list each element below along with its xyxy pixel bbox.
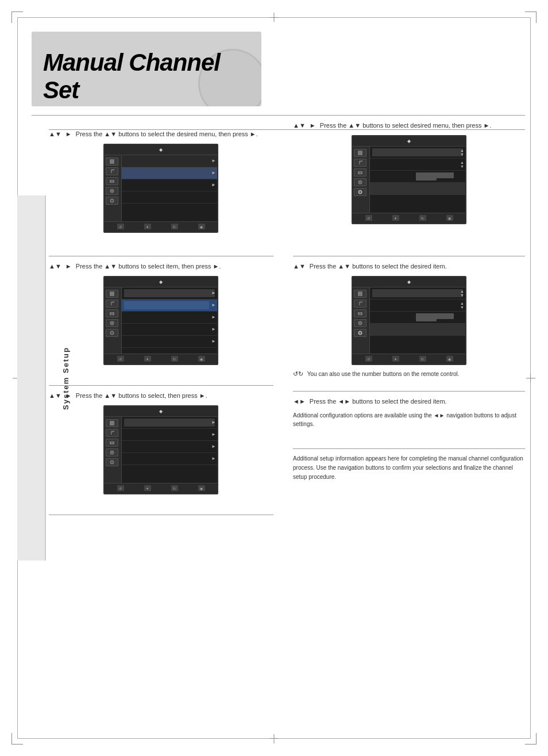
step5-text: ▲▼ Press the ▲▼ buttons to select the de… [293, 262, 525, 271]
divider-5 [293, 115, 525, 116]
svg-point-17 [360, 172, 361, 174]
tv-screen-5: ◆ ▲▼ ▲▼ [352, 276, 466, 365]
diamond-icon-1: ◆ [159, 147, 163, 152]
arrow-right-icon-10: ► [211, 432, 216, 437]
tv-icon-home-2 [106, 290, 118, 298]
tv-row-4-1: ▲▼ [370, 147, 465, 159]
tv-row-2-4: ► [122, 324, 217, 336]
step3-arrows: ▲▼ [49, 392, 61, 399]
step1-section: ▲▼ ► Press the ▲▼ buttons to select the … [49, 129, 273, 233]
step7-section: Additional setup information appears her… [293, 454, 525, 482]
tv-row-3-2: ► [122, 429, 217, 441]
step2-right-arrow: ► [65, 263, 72, 270]
tv-bottom-10: ✦ [144, 485, 151, 491]
tv-screen-3-container: ◆ ► ► ► ► [49, 405, 273, 494]
tv-icon-video-3 [106, 448, 118, 456]
diamond-icon-2: ◆ [159, 279, 163, 285]
step5b-desc: You can also use the number buttons on t… [307, 371, 460, 377]
step5-section: ▲▼ Press the ▲▼ buttons to select the de… [293, 262, 525, 378]
step6-additional-text: Additional configuration options are ava… [293, 412, 516, 427]
tv-icon-camera-3 [106, 439, 118, 447]
arrow-right-icon-9: ► [211, 420, 216, 425]
step1-right-arrow: ► [65, 131, 72, 137]
svg-point-9 [111, 322, 113, 324]
tv-row-4-4 [370, 183, 465, 195]
step4-desc: Press the ▲▼ buttons to select desired m… [320, 122, 492, 129]
tv-row-5-2: ▲▼ [370, 300, 465, 312]
svg-point-7 [111, 313, 113, 314]
tv-icon-camera [106, 177, 118, 185]
tv-row-1-4 [122, 191, 217, 204]
tv-icon-music-3 [106, 429, 118, 437]
updown-arrows-icon-2: ▲▼ [460, 160, 464, 168]
corner-tr [525, 11, 537, 23]
updown-arrows-icon-4: ▲▼ [460, 301, 464, 309]
tv-row-2-5: ► [122, 336, 217, 348]
svg-rect-10 [110, 421, 114, 425]
tv-bottom-5: ↺ [117, 356, 124, 362]
corner-bl [11, 733, 23, 745]
tv-icon-home-5 [354, 290, 366, 298]
tv-icon-video-2 [106, 319, 118, 327]
tv-icon-home [106, 158, 118, 166]
tv-bottom-19: ↻ [419, 356, 426, 362]
svg-rect-5 [110, 291, 114, 296]
step7-desc: Additional setup information appears her… [293, 455, 523, 480]
tv-main-1: ► ► ✓ ► [122, 155, 217, 221]
tv-bottom-14: ✦ [392, 215, 399, 221]
tv-row-3-3: ► [122, 441, 217, 453]
tv-icon-settings [106, 197, 118, 205]
tv-row-1-2: ► [122, 167, 217, 179]
tv-topbar-2: ◆ [105, 277, 217, 287]
tv-row-1-3: ✓ ► [122, 179, 217, 191]
svg-point-14 [111, 451, 113, 453]
tv-sidebar-3 [105, 417, 122, 483]
corner-br [525, 733, 537, 745]
tv-screen-1: ◆ ► ► ✓ ► [103, 144, 218, 233]
step6-leftright-arrows: ◄► [293, 398, 306, 405]
cross-bottom [274, 734, 275, 743]
arrow-right-icon-6: ► [211, 314, 216, 320]
step4-arrows: ▲▼ [293, 122, 306, 129]
diamond-icon-3: ◆ [159, 409, 163, 414]
tv-bottom-13: ↺ [365, 215, 372, 221]
step4-text: ▲▼ ► Press the ▲▼ buttons to select desi… [293, 121, 525, 131]
tv-row-2-3: ► [122, 312, 217, 324]
tv-bottom-20: ◉ [446, 356, 453, 362]
tv-screen-3: ◆ ► ► ► ► [103, 405, 218, 494]
arrow-right-icon: ► [211, 158, 216, 163]
tv-sidebar-1 [105, 155, 122, 221]
tv-sidebar-2 [105, 287, 122, 354]
divider-6 [293, 256, 525, 256]
tv-main-2: ► ► ► ► ► [122, 287, 217, 354]
diamond-icon-5: ◆ [407, 279, 411, 285]
tv-bottom-12: ◉ [198, 485, 205, 491]
tv-topbar-5: ◆ [353, 277, 465, 287]
tv-bottom-18: ✦ [392, 356, 399, 362]
tv-icon-settings-2 [106, 329, 118, 337]
tv-bottombar-2: ↺ ✦ ↻ ◉ [105, 354, 217, 364]
step1-text: ▲▼ ► Press the ▲▼ buttons to select the … [49, 129, 273, 139]
tv-icon-camera-2 [106, 309, 118, 317]
tv-icon-music-2 [106, 300, 118, 308]
step2-desc: Press the ▲▼ buttons to select item, the… [76, 263, 221, 270]
svg-point-22 [360, 313, 361, 314]
tv-bottom-2: ✦ [144, 224, 151, 229]
tv-icon-video-4 [354, 178, 366, 186]
divider-7 [293, 391, 525, 392]
svg-rect-15 [358, 151, 362, 155]
arrow-right-icon-7: ► [211, 327, 216, 332]
step7-text: Additional setup information appears her… [293, 454, 525, 482]
arrow-right-icon-8: ► [211, 339, 216, 344]
tv-bottom-16: ◉ [446, 215, 453, 221]
tv-topbar-4: ◆ [353, 136, 465, 147]
tv-icon-home-4 [354, 149, 366, 157]
tv-topbar-3: ◆ [105, 406, 217, 417]
tv-row-4-3 [370, 171, 465, 183]
tv-icon-video [106, 187, 118, 195]
step3-section: ▲▼ ► Press the ▲▼ buttons to select, the… [49, 391, 273, 494]
arrow-right-icon-4: ► [211, 290, 216, 296]
corner-tl [11, 11, 23, 23]
tv-main-3: ► ► ► ► [122, 417, 217, 483]
divider-9 [49, 515, 273, 515]
